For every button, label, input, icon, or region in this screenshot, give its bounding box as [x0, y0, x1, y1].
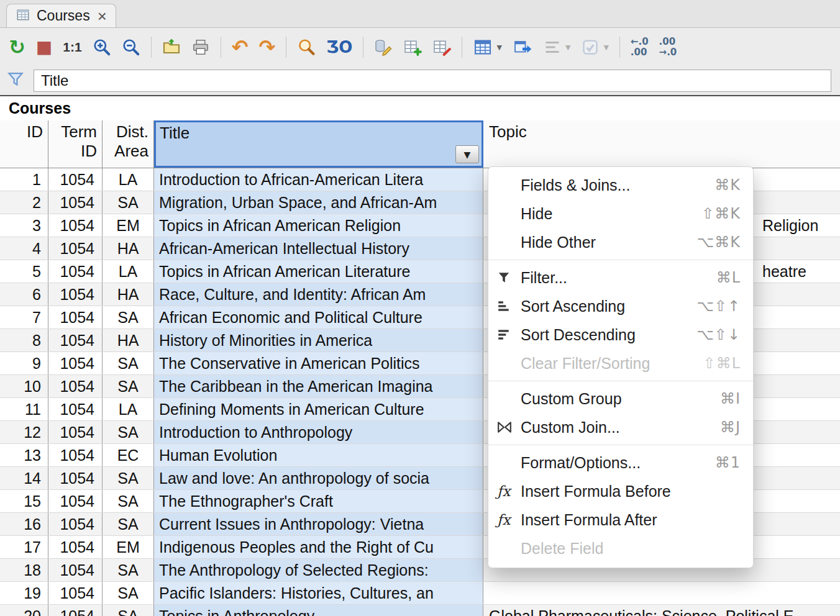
column-header-dist-area[interactable]: Dist. Area — [103, 120, 154, 168]
cell-dist-area[interactable]: SA — [103, 513, 154, 535]
cell-title[interactable]: History of Minorities in America — [154, 329, 483, 351]
cell-id[interactable]: 11 — [0, 398, 48, 420]
cell-id[interactable]: 3 — [0, 214, 48, 237]
cell-id[interactable]: 2 — [0, 191, 48, 214]
cell-id[interactable]: 1 — [0, 168, 48, 191]
stop-icon[interactable]: ■ — [36, 38, 52, 56]
cell-term-id[interactable]: 1054 — [48, 582, 103, 604]
cell-id[interactable]: 6 — [0, 283, 48, 306]
cell-topic[interactable]: Global Pharmaceuticals: Science, Politic… — [483, 605, 840, 616]
cell-id[interactable]: 16 — [0, 513, 48, 535]
cell-id[interactable]: 8 — [0, 329, 48, 351]
menu-item-insert-formula-before[interactable]: ƒxInsert Formula Before — [488, 477, 753, 505]
cell-dist-area[interactable]: HA — [103, 237, 154, 260]
menu-item-hide-other[interactable]: Hide Other⌥⌘K — [488, 228, 753, 256]
zoom-out-icon[interactable] — [122, 38, 140, 57]
cell-dist-area[interactable]: EM — [103, 214, 154, 237]
field-funnel-icon[interactable] — [6, 71, 25, 91]
cell-term-id[interactable]: 1054 — [48, 283, 103, 306]
column-header-title[interactable]: Title ▼ — [154, 120, 483, 168]
menu-item-filter[interactable]: Filter...⌘L — [488, 263, 753, 292]
menu-item-format-options[interactable]: Format/Options...⌘1 — [488, 448, 753, 477]
cell-dist-area[interactable]: SA — [103, 582, 154, 604]
cell-term-id[interactable]: 1054 — [48, 605, 103, 616]
cell-title[interactable]: Indigenous Peoples and the Right of Cu — [154, 536, 483, 558]
open-window-icon[interactable] — [513, 38, 532, 57]
cell-dist-area[interactable]: EM — [103, 536, 154, 558]
cell-dist-area[interactable]: LA — [103, 398, 154, 420]
cell-term-id[interactable]: 1054 — [48, 398, 103, 420]
table-row[interactable]: 191054SAPacific Islanders: Histories, Cu… — [0, 582, 840, 605]
datasheet-view-icon[interactable]: ▼ — [473, 38, 501, 57]
cell-id[interactable]: 20 — [0, 605, 48, 616]
cell-dist-area[interactable]: LA — [103, 260, 154, 283]
cell-dist-area[interactable]: SA — [103, 306, 154, 328]
cell-title[interactable]: Migration, Urban Space, and African-Am — [154, 191, 483, 214]
cell-id[interactable]: 4 — [0, 237, 48, 260]
cell-title[interactable]: Topics in African American Literature — [154, 260, 483, 283]
menu-item-hide[interactable]: Hide⇧⌘K — [488, 199, 753, 228]
cell-dist-area[interactable]: SA — [103, 605, 154, 616]
refresh-icon[interactable]: ↻ — [9, 37, 25, 57]
cell-dist-area[interactable]: SA — [103, 421, 154, 443]
delete-record-icon[interactable] — [432, 38, 451, 57]
cell-id[interactable]: 5 — [0, 260, 48, 283]
column-dropdown-button[interactable]: ▼ — [455, 145, 479, 163]
cell-id[interactable]: 7 — [0, 306, 48, 328]
cell-title[interactable]: The Caribbean in the American Imagina — [154, 375, 483, 397]
cell-dist-area[interactable]: EC — [103, 444, 154, 466]
cell-term-id[interactable]: 1054 — [48, 559, 103, 581]
cell-title[interactable]: Human Evolution — [154, 444, 483, 466]
cell-id[interactable]: 10 — [0, 375, 48, 397]
cell-id[interactable]: 13 — [0, 444, 48, 466]
column-header-id[interactable]: ID — [0, 120, 48, 168]
cell-title[interactable]: The Conservative in American Politics — [154, 352, 483, 374]
menu-item-fields-joins[interactable]: Fields & Joins...⌘K — [488, 171, 753, 199]
open-icon[interactable] — [162, 38, 181, 57]
find-select-icon[interactable]: ƷO — [326, 39, 352, 55]
cell-dist-area[interactable]: SA — [103, 490, 154, 512]
search-icon[interactable] — [297, 38, 316, 57]
cell-title[interactable]: African Economic and Political Culture — [154, 306, 483, 328]
cell-term-id[interactable]: 1054 — [48, 536, 103, 558]
alignment-icon[interactable]: ▼ — [543, 38, 570, 57]
cell-title[interactable]: Law and love: An anthropology of socia — [154, 467, 483, 489]
increase-decimals-icon[interactable]: .00→.0 — [659, 37, 677, 58]
cell-title[interactable]: The Anthropology of Selected Regions: — [154, 559, 483, 581]
redo-icon[interactable]: ↷ — [258, 37, 275, 57]
cell-topic[interactable] — [483, 582, 840, 604]
cell-dist-area[interactable]: SA — [103, 375, 154, 397]
cell-dist-area[interactable]: LA — [103, 168, 154, 191]
cell-dist-area[interactable]: HA — [103, 329, 154, 351]
cell-id[interactable]: 17 — [0, 536, 48, 558]
zoom-in-icon[interactable] — [93, 38, 111, 57]
cell-id[interactable]: 12 — [0, 421, 48, 443]
cell-term-id[interactable]: 1054 — [48, 168, 103, 191]
menu-item-insert-formula-after[interactable]: ƒxInsert Formula After — [488, 505, 753, 534]
cell-id[interactable]: 14 — [0, 467, 48, 489]
cell-title[interactable]: Race, Culture, and Identity: African Am — [154, 283, 483, 306]
cell-title[interactable]: The Ethnographer's Craft — [154, 490, 483, 512]
column-header-topic[interactable]: Topic — [483, 120, 840, 168]
decrease-decimals-icon[interactable]: ←.0.00 — [631, 37, 649, 58]
cell-id[interactable]: 9 — [0, 352, 48, 374]
close-icon[interactable]: × — [98, 8, 107, 24]
cell-title[interactable]: Defining Moments in American Culture — [154, 398, 483, 420]
cell-title[interactable]: Topics in African American Religion — [154, 214, 483, 237]
cell-term-id[interactable]: 1054 — [48, 375, 103, 397]
edit-record-icon[interactable] — [374, 38, 393, 57]
cell-term-id[interactable]: 1054 — [48, 421, 103, 443]
cell-term-id[interactable]: 1054 — [48, 513, 103, 535]
cell-term-id[interactable]: 1054 — [48, 329, 103, 351]
cell-title[interactable]: Introduction to Anthropology — [154, 421, 483, 443]
cell-dist-area[interactable]: HA — [103, 283, 154, 306]
add-record-icon[interactable] — [403, 38, 422, 57]
menu-item-sort-ascending[interactable]: Sort Ascending⌥⇧↑ — [488, 292, 753, 320]
cell-dist-area[interactable]: SA — [103, 559, 154, 581]
cell-term-id[interactable]: 1054 — [48, 306, 103, 328]
checkbox-format-icon[interactable]: ▼ — [581, 38, 608, 57]
cell-title[interactable]: Introduction to African-American Litera — [154, 168, 483, 191]
cell-term-id[interactable]: 1054 — [48, 237, 103, 260]
cell-term-id[interactable]: 1054 — [48, 260, 103, 283]
print-icon[interactable] — [191, 38, 210, 57]
